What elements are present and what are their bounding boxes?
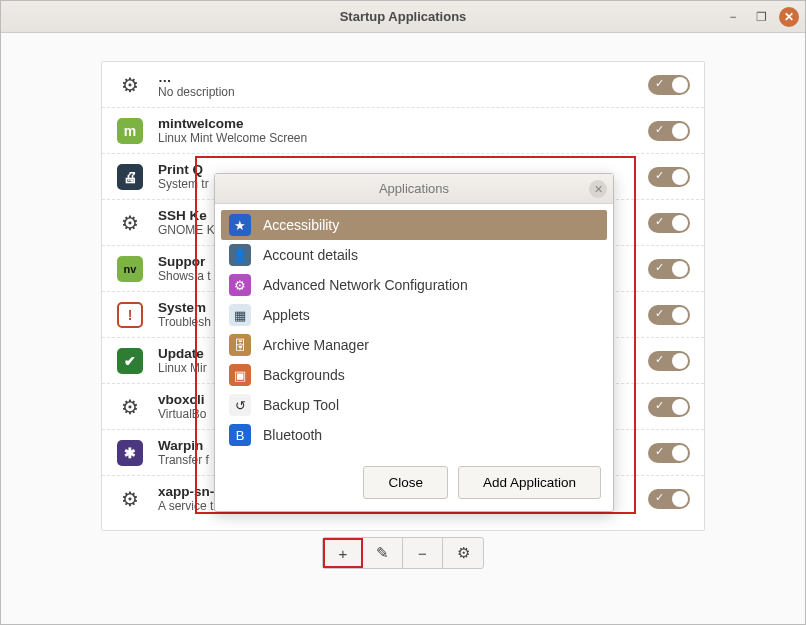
- minimize-button[interactable]: −: [723, 7, 743, 27]
- startup-row[interactable]: mmintwelcomeLinux Mint Welcome Screen: [102, 108, 704, 154]
- row-desc: No description: [158, 85, 634, 99]
- row-icon: ⚙: [116, 209, 144, 237]
- application-icon: 👤: [229, 244, 251, 266]
- application-label: Accessibility: [263, 217, 339, 233]
- application-label: Backup Tool: [263, 397, 339, 413]
- application-item[interactable]: ▣Backgrounds: [221, 360, 607, 390]
- window-controls: − ❐ ✕: [723, 7, 799, 27]
- enable-toggle[interactable]: [648, 213, 690, 233]
- application-icon: ▣: [229, 364, 251, 386]
- edit-button[interactable]: ✎: [363, 538, 403, 568]
- add-button[interactable]: +: [323, 538, 363, 568]
- row-icon: ✱: [116, 439, 144, 467]
- row-icon: ⚙: [116, 485, 144, 513]
- enable-toggle[interactable]: [648, 121, 690, 141]
- row-text: mintwelcomeLinux Mint Welcome Screen: [158, 116, 634, 145]
- row-icon: m: [116, 117, 144, 145]
- row-icon: 🖨: [116, 163, 144, 191]
- application-label: Advanced Network Configuration: [263, 277, 468, 293]
- row-icon: ⚙: [116, 393, 144, 421]
- row-text: …No description: [158, 70, 634, 99]
- application-icon: B: [229, 424, 251, 446]
- remove-button[interactable]: −: [403, 538, 443, 568]
- row-icon: !: [116, 301, 144, 329]
- window-title: Startup Applications: [340, 9, 467, 24]
- enable-toggle[interactable]: [648, 351, 690, 371]
- application-item[interactable]: ★Accessibility: [221, 210, 607, 240]
- application-item[interactable]: ↺Backup Tool: [221, 390, 607, 420]
- startup-row[interactable]: ⚙…No description: [102, 62, 704, 108]
- application-item[interactable]: BBluetooth: [221, 420, 607, 450]
- application-label: Bluetooth: [263, 427, 322, 443]
- dialog-close-icon[interactable]: ✕: [589, 180, 607, 198]
- dialog-title-text: Applications: [379, 181, 449, 196]
- enable-toggle[interactable]: [648, 167, 690, 187]
- application-icon: ⚙: [229, 274, 251, 296]
- row-icon: nv: [116, 255, 144, 283]
- dialog-close-button[interactable]: Close: [363, 466, 448, 499]
- enable-toggle[interactable]: [648, 259, 690, 279]
- enable-toggle[interactable]: [648, 397, 690, 417]
- enable-toggle[interactable]: [648, 75, 690, 95]
- application-item[interactable]: ▦Applets: [221, 300, 607, 330]
- row-icon: ✔: [116, 347, 144, 375]
- toolbar-group: + ✎ − ⚙: [322, 537, 484, 569]
- enable-toggle[interactable]: [648, 443, 690, 463]
- application-label: Archive Manager: [263, 337, 369, 353]
- titlebar: Startup Applications − ❐ ✕: [1, 1, 805, 33]
- maximize-button[interactable]: ❐: [751, 7, 771, 27]
- application-icon: ★: [229, 214, 251, 236]
- application-label: Applets: [263, 307, 310, 323]
- application-icon: ▦: [229, 304, 251, 326]
- enable-toggle[interactable]: [648, 489, 690, 509]
- dialog-buttons: Close Add Application: [215, 456, 613, 511]
- row-desc: Linux Mint Welcome Screen: [158, 131, 634, 145]
- application-item[interactable]: 🗄Archive Manager: [221, 330, 607, 360]
- applications-dialog: Applications ✕ ★Accessibility👤Account de…: [214, 173, 614, 512]
- enable-toggle[interactable]: [648, 305, 690, 325]
- dialog-add-button[interactable]: Add Application: [458, 466, 601, 499]
- application-item[interactable]: 👤Account details: [221, 240, 607, 270]
- run-button[interactable]: ⚙: [443, 538, 483, 568]
- row-title: mintwelcome: [158, 116, 634, 131]
- application-icon: ↺: [229, 394, 251, 416]
- close-button[interactable]: ✕: [779, 7, 799, 27]
- row-icon: ⚙: [116, 71, 144, 99]
- application-label: Backgrounds: [263, 367, 345, 383]
- list-toolbar: + ✎ − ⚙: [101, 537, 705, 569]
- application-icon: 🗄: [229, 334, 251, 356]
- application-label: Account details: [263, 247, 358, 263]
- application-item[interactable]: ⚙Advanced Network Configuration: [221, 270, 607, 300]
- application-list: ★Accessibility👤Account details⚙Advanced …: [215, 204, 613, 456]
- dialog-title: Applications ✕: [215, 174, 613, 204]
- row-title: …: [158, 70, 634, 85]
